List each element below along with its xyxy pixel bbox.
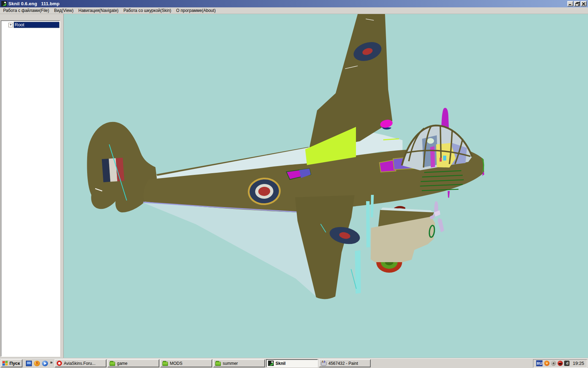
start-label: Пуск <box>9 361 20 366</box>
minimize-button[interactable] <box>567 1 573 6</box>
task-button-aviaskins-foru[interactable]: AviaSkins.Foru... <box>55 359 106 367</box>
app-icon <box>1 1 7 6</box>
titlebar: Sknil 0.6.eng 111.bmp <box>0 0 588 7</box>
menu-item-view[interactable]: Вид(View) <box>51 8 76 14</box>
quick-launch-bar <box>26 361 48 366</box>
fuselage-underside-shadow <box>143 203 316 296</box>
menubar: Работа с файлами(File)Вид(View)Навигация… <box>0 7 588 14</box>
download-manager-icon[interactable] <box>564 361 569 366</box>
model-viewport[interactable] <box>64 14 588 358</box>
tray-icons <box>544 361 569 366</box>
task-button-4567432-paint[interactable]: 4567432 - Paint <box>319 359 371 367</box>
security-icon[interactable] <box>558 361 563 366</box>
language-indicator[interactable]: RU <box>536 360 542 366</box>
task-button-label: 4567432 - Paint <box>328 361 358 366</box>
expand-icon[interactable]: + <box>8 23 13 27</box>
folder-icon <box>110 362 115 366</box>
task-button-strip: AviaSkins.Foru...gameMODSsummerSknil4567… <box>55 359 372 367</box>
start-button[interactable]: Пуск <box>1 359 22 367</box>
paint-icon <box>321 362 327 366</box>
system-tray: RU 19:25 <box>533 359 587 368</box>
daemon-tools-icon[interactable] <box>34 361 40 366</box>
close-button[interactable] <box>581 1 587 6</box>
restore-button[interactable] <box>574 1 580 6</box>
menu-item-about[interactable]: О программе(About) <box>174 8 218 14</box>
taskbar: Пуск » AviaSkins.Foru...gameMODSsummerSk… <box>0 358 588 368</box>
task-button-label: MODS <box>170 361 182 366</box>
tree-item-root[interactable]: + Root <box>8 22 59 28</box>
task-button-game[interactable]: game <box>107 359 159 367</box>
task-button-sknil[interactable]: Sknil <box>266 359 318 367</box>
folder-icon <box>215 362 221 366</box>
tree-view: + Root <box>1 20 60 357</box>
task-button-label: Sknil <box>275 361 286 366</box>
sknil-icon <box>268 361 274 366</box>
quick-launch-overflow-chevron[interactable]: » <box>50 360 52 365</box>
fin-flash <box>102 158 124 182</box>
tree-item-root-label[interactable]: Root <box>14 22 59 28</box>
content: + Root <box>0 14 588 358</box>
avast-icon[interactable] <box>544 361 550 366</box>
task-button-mods[interactable]: MODS <box>160 359 212 367</box>
taskbar-clock[interactable]: 19:25 <box>573 361 584 366</box>
windows-logo-icon <box>2 361 8 366</box>
task-button-label: AviaSkins.Foru... <box>64 361 95 366</box>
app-window: Sknil 0.6.eng 111.bmp Работа с файлами(F… <box>0 0 588 358</box>
folder-icon <box>162 362 168 366</box>
menu-item-skin[interactable]: Работа со шкуркой(Skin) <box>121 8 174 14</box>
show-desktop-icon[interactable] <box>26 361 32 366</box>
volume-icon[interactable] <box>551 361 556 366</box>
task-button-summer[interactable]: summer <box>213 359 265 367</box>
tree-panel: + Root <box>0 14 64 358</box>
engine-nacelle <box>371 206 435 273</box>
media-player-icon[interactable] <box>42 361 48 366</box>
opera-icon <box>57 361 62 366</box>
task-button-label: summer <box>223 361 238 366</box>
menu-item-navigate[interactable]: Навигация(Navigate) <box>76 8 121 14</box>
task-button-label: game <box>117 361 127 366</box>
aircraft-render <box>64 14 588 358</box>
menu-item-file[interactable]: Работа с файлами(File) <box>1 8 51 14</box>
window-title: Sknil 0.6.eng 111.bmp <box>8 1 59 6</box>
